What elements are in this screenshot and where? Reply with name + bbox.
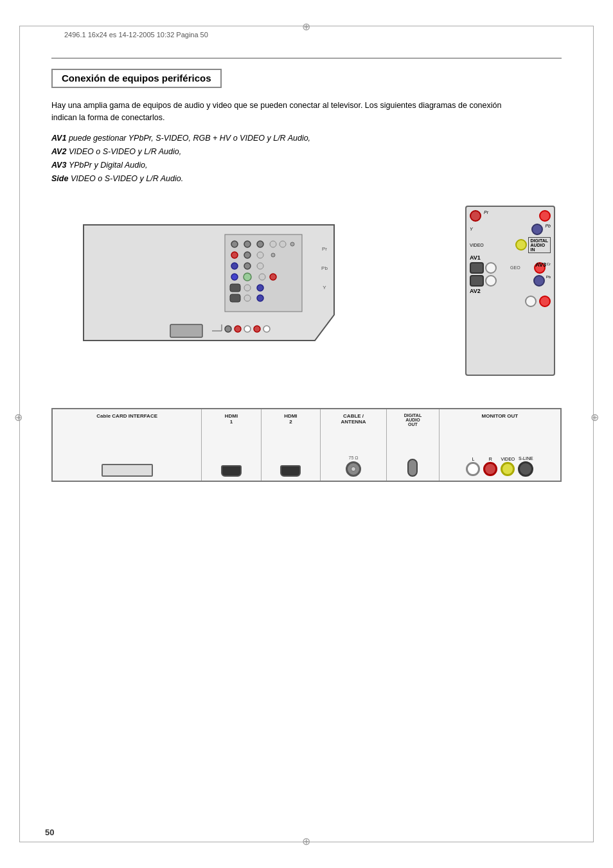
av1-desc: puede gestionar YPbPr, S-VIDEO, RGB + HV… bbox=[69, 134, 310, 143]
side-label: Side bbox=[51, 174, 68, 183]
video-label-rp: VIDEO bbox=[470, 243, 484, 247]
rp-video-right: DIGITALAUDIOIN bbox=[515, 237, 551, 253]
cable-antenna-section: CABLE /ANTENNA 75 Ω bbox=[321, 409, 387, 481]
svg-point-13 bbox=[257, 263, 263, 269]
hdmi1-port bbox=[221, 465, 242, 477]
right-av-panel: Pr Y Pb VIDEO DIGITALAUDIOIN bbox=[465, 206, 555, 376]
svg-point-28 bbox=[235, 326, 241, 332]
cable-antenna-label: CABLE /ANTENNA bbox=[341, 413, 366, 425]
conn-video-rp bbox=[515, 239, 527, 251]
av1-bottom-right: Pb bbox=[533, 275, 551, 287]
monitor-l-conn bbox=[466, 462, 480, 476]
svg-point-8 bbox=[244, 252, 251, 258]
page-number: 50 bbox=[45, 828, 54, 837]
av2-item: AV2 VIDEO o S-VIDEO y L/R Audio, bbox=[51, 145, 562, 159]
monitor-l-col: L bbox=[466, 457, 480, 476]
svg-point-1 bbox=[231, 241, 238, 247]
crosshair-right: ⊕ bbox=[591, 411, 599, 423]
crosshair-bottom: ⊕ bbox=[302, 835, 310, 847]
svg-point-3 bbox=[257, 241, 263, 247]
crosshair-left: ⊕ bbox=[14, 411, 22, 423]
av3-item: AV3 YPbPr y Digital Audio, bbox=[51, 159, 562, 172]
antenna-connector bbox=[346, 461, 361, 477]
rp-row-top: Pr bbox=[470, 210, 551, 222]
conn-av1b-blue bbox=[533, 275, 545, 287]
av-list: AV1 puede gestionar YPbPr, S-VIDEO, RGB … bbox=[51, 132, 562, 186]
svg-point-30 bbox=[254, 326, 260, 332]
av1-item: AV1 puede gestionar YPbPr, S-VIDEO, RGB … bbox=[51, 132, 562, 145]
svg-point-4 bbox=[270, 241, 276, 247]
pr-label: Pr bbox=[484, 210, 488, 222]
hdmi1-label: HDMI1 bbox=[225, 413, 238, 425]
digital-audio-section: DIGITALAUDIOOUT bbox=[387, 409, 440, 481]
monitor-sline-col: S-LINE bbox=[518, 456, 533, 477]
svg-rect-24 bbox=[170, 324, 202, 337]
svg-point-10 bbox=[271, 253, 275, 257]
top-rule bbox=[51, 58, 562, 58]
monitor-out-label: MONITOR OUT bbox=[482, 413, 519, 419]
svg-point-15 bbox=[244, 273, 251, 281]
conn-av2-red bbox=[539, 296, 551, 307]
monitor-out-section: MONITOR OUT L R VIDEO bbox=[440, 409, 560, 481]
monitor-video-col: VIDEO bbox=[501, 457, 515, 476]
svg-point-17 bbox=[270, 274, 276, 280]
av3-label: AV3 bbox=[51, 161, 66, 170]
conn-av1-white bbox=[485, 262, 497, 274]
digital-audio-label: DIGITALAUDIOOUT bbox=[404, 413, 422, 427]
svideo-conn-1 bbox=[470, 262, 484, 274]
av2-label: AV2 bbox=[51, 147, 66, 156]
monitor-sline-label: S-LINE bbox=[519, 456, 533, 461]
svg-point-23 bbox=[257, 295, 263, 301]
svg-point-14 bbox=[231, 274, 238, 280]
rp-av2-row bbox=[470, 296, 551, 307]
antenna-inner bbox=[351, 466, 356, 472]
conn-av2-white bbox=[525, 296, 537, 307]
av2-panel-label: AV2 bbox=[470, 288, 551, 294]
title-box: Conexión de equipos periféricos bbox=[51, 69, 222, 88]
monitor-r-conn bbox=[483, 462, 497, 476]
svg-text:Pr: Pr bbox=[322, 246, 327, 252]
page-border-right bbox=[593, 26, 594, 842]
pb-label-right: Pb bbox=[545, 224, 551, 235]
diagram-container: Pr Pb Y Pr Y Pb bbox=[51, 206, 562, 482]
card-slot-1 bbox=[102, 464, 153, 477]
svg-point-2 bbox=[244, 241, 251, 247]
svg-point-12 bbox=[244, 263, 251, 269]
svg-point-31 bbox=[263, 326, 270, 332]
monitor-video-label: VIDEO bbox=[501, 457, 515, 461]
hdmi1-section: HDMI1 bbox=[202, 409, 261, 481]
antenna-ohm-label: 75 Ω bbox=[349, 456, 359, 460]
monitor-l-label: L bbox=[472, 457, 474, 461]
conn-pr-right bbox=[539, 210, 551, 222]
conn-pr-top bbox=[470, 210, 481, 222]
svg-point-16 bbox=[259, 274, 265, 280]
side-item: Side VIDEO o S-VIDEO y L/R Audio. bbox=[51, 172, 562, 186]
svg-rect-21 bbox=[230, 294, 240, 302]
av1-label: AV1 bbox=[51, 134, 66, 143]
header-meta: 2496.1 16x24 es 14-12-2005 10:32 Pagina … bbox=[64, 31, 208, 39]
tv-back-panel: Pr Pb Y bbox=[58, 212, 353, 373]
svg-point-27 bbox=[225, 326, 231, 332]
svg-point-9 bbox=[257, 252, 263, 258]
av3-desc: YPbPr y Digital Audio, bbox=[69, 161, 148, 170]
cable-card-section: Cable CARD INTERFACE bbox=[53, 409, 202, 481]
rp-right-2: Pb bbox=[531, 224, 551, 235]
svg-point-11 bbox=[231, 263, 238, 269]
digital-audio-port bbox=[407, 459, 418, 477]
monitor-sline-conn bbox=[518, 461, 533, 477]
cable-card-label: Cable CARD INTERFACE bbox=[96, 413, 157, 419]
rp-av1-bottom: Pb bbox=[470, 275, 551, 287]
av3-panel-label: AV3 bbox=[535, 261, 546, 268]
crosshair-top: ⊕ bbox=[302, 21, 310, 33]
monitor-r-label: R bbox=[489, 457, 492, 461]
monitor-r-col: R bbox=[483, 457, 497, 476]
svg-point-29 bbox=[244, 326, 251, 332]
hdmi2-section: HDMI2 bbox=[262, 409, 321, 481]
side-desc: VIDEO o S-VIDEO y L/R Audio. bbox=[71, 174, 183, 183]
rp-left-2: Y bbox=[470, 227, 473, 231]
cr-label: Cr bbox=[547, 262, 551, 274]
bottom-panel: Cable CARD INTERFACE HDMI1 HDMI2 CABLE /… bbox=[51, 408, 562, 482]
svg-text:Pb: Pb bbox=[321, 265, 328, 271]
av1-connectors-left bbox=[470, 262, 497, 274]
monitor-out-connectors: L R VIDEO S-LINE bbox=[466, 456, 533, 477]
